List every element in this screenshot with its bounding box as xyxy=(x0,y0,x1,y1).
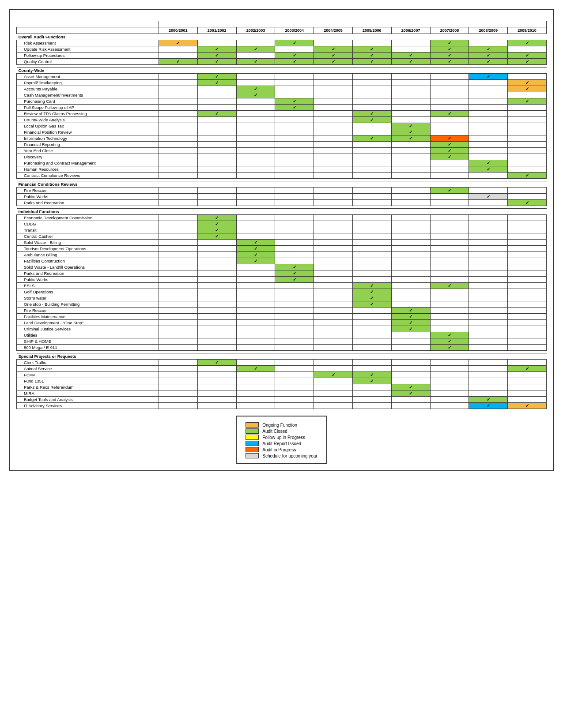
audit-cell: ✓ xyxy=(314,53,353,59)
audit-cell xyxy=(197,200,236,206)
audit-cell: ✓ xyxy=(430,59,469,65)
row-label: Economic Development Commission xyxy=(17,215,159,221)
legend-color-box xyxy=(246,441,259,446)
audit-cell xyxy=(430,295,469,301)
audit-cell: ✓ xyxy=(391,59,430,65)
audit-cell xyxy=(469,111,508,117)
audit-cell xyxy=(159,200,197,206)
audit-cell xyxy=(314,200,353,206)
audit-cell: ✓ xyxy=(391,390,430,397)
audit-cell xyxy=(469,129,508,135)
table-row: Central Cashier✓ xyxy=(17,233,547,240)
audit-cell xyxy=(314,295,353,301)
audit-cell: ✓ xyxy=(508,40,547,46)
row-label: SHIP & HOME xyxy=(17,338,159,345)
audit-cell xyxy=(275,246,314,252)
checkmark-icon: ✓ xyxy=(448,283,451,288)
audit-cell xyxy=(314,160,353,166)
audit-cell xyxy=(430,378,469,384)
audit-cell xyxy=(391,332,430,338)
audit-cell xyxy=(469,142,508,148)
audit-cell: ✓ xyxy=(430,154,469,160)
audit-cell xyxy=(352,173,391,179)
audit-cell xyxy=(159,338,197,345)
audit-cell xyxy=(469,295,508,301)
audit-cell xyxy=(508,301,547,308)
checkmark-icon: ✓ xyxy=(370,136,374,141)
audit-cell xyxy=(430,227,469,233)
year-header: 2006/2007 xyxy=(391,27,430,34)
audit-cell xyxy=(391,154,430,160)
audit-cell xyxy=(314,129,353,135)
checkmark-icon: ✓ xyxy=(448,339,451,344)
audit-cell xyxy=(469,227,508,233)
audit-cell xyxy=(430,105,469,111)
checkmark-icon: ✓ xyxy=(254,246,257,251)
audit-cell xyxy=(314,264,353,270)
audit-cell: ✓ xyxy=(236,258,275,264)
table-row: Purchasing Card✓✓ xyxy=(17,98,547,105)
audit-cell xyxy=(275,397,314,403)
checkmark-icon: ✓ xyxy=(409,320,412,325)
audit-cell: ✓ xyxy=(197,80,236,86)
audit-cell xyxy=(236,160,275,166)
audit-cell xyxy=(314,194,353,200)
audit-cell xyxy=(275,283,314,289)
audit-cell xyxy=(352,403,391,409)
audit-cell xyxy=(430,215,469,221)
audit-cell: ✓ xyxy=(236,92,275,98)
audit-cell xyxy=(391,105,430,111)
checkmark-icon: ✓ xyxy=(525,403,529,408)
audit-cell xyxy=(159,166,197,173)
audit-cell xyxy=(159,372,197,378)
checkmark-icon: ✓ xyxy=(409,59,412,64)
audit-cell xyxy=(236,53,275,59)
audit-cell: ✓ xyxy=(469,403,508,409)
audit-cell xyxy=(236,345,275,351)
audit-cell xyxy=(430,301,469,308)
checkmark-icon: ✓ xyxy=(409,124,412,128)
audit-cell xyxy=(159,233,197,240)
audit-cell xyxy=(159,105,197,111)
table-row: Ambulance Billing✓ xyxy=(17,252,547,258)
table-row: County-Wide Analysis✓ xyxy=(17,117,547,123)
audit-cell xyxy=(197,105,236,111)
audit-cell xyxy=(430,403,469,409)
table-row: Information Technology✓✓✓ xyxy=(17,135,547,142)
audit-cell xyxy=(508,283,547,289)
audit-cell xyxy=(391,142,430,148)
audit-cell xyxy=(197,160,236,166)
audit-cell xyxy=(430,166,469,173)
audit-cell xyxy=(197,384,236,390)
audit-cell xyxy=(352,92,391,98)
audit-cell xyxy=(508,135,547,142)
audit-cell xyxy=(508,105,547,111)
checkmark-icon: ✓ xyxy=(254,366,257,371)
audit-cell: ✓ xyxy=(391,129,430,135)
audit-cell xyxy=(159,160,197,166)
year-header: 2007/2008 xyxy=(430,27,469,34)
audit-cell: ✓ xyxy=(508,98,547,105)
audit-cell xyxy=(159,129,197,135)
row-label: Parks and Recreation xyxy=(17,270,159,277)
section-header: County-Wide xyxy=(17,68,547,74)
audit-cell xyxy=(391,160,430,166)
audit-cell xyxy=(352,40,391,46)
row-label: Public Works xyxy=(17,194,159,200)
audit-cell xyxy=(430,160,469,166)
audit-cell: ✓ xyxy=(391,135,430,142)
checkmark-icon: ✓ xyxy=(215,47,219,52)
audit-cell: ✓ xyxy=(159,40,197,46)
audit-cell xyxy=(352,160,391,166)
checkmark-icon: ✓ xyxy=(254,240,257,245)
legend-color-box xyxy=(246,435,259,440)
audit-cell xyxy=(159,326,197,332)
checkmark-icon: ✓ xyxy=(525,59,529,64)
audit-cell xyxy=(275,403,314,409)
audit-cell xyxy=(159,258,197,264)
row-label: Solid Waste - Landfill Operations xyxy=(17,264,159,270)
audit-cell xyxy=(391,246,430,252)
checkmark-icon: ✓ xyxy=(176,41,180,45)
audit-cell: ✓ xyxy=(352,59,391,65)
year-header: 2004/2005 xyxy=(314,27,353,34)
